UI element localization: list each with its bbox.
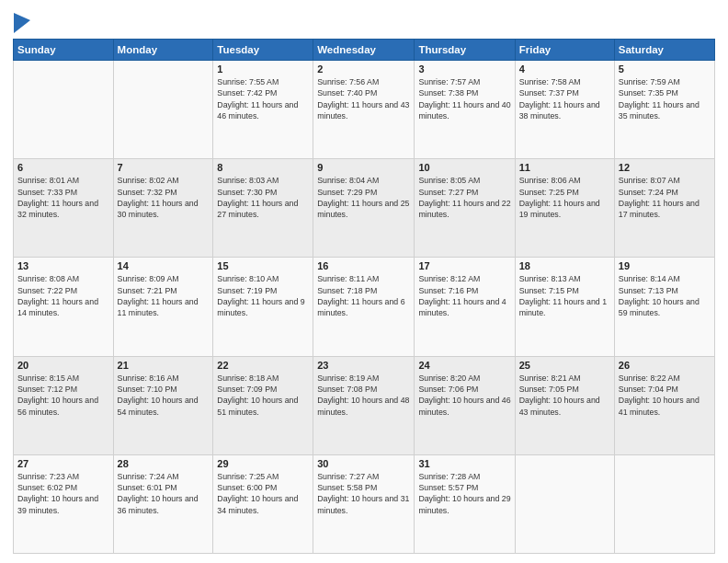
day-number: 5 bbox=[619, 63, 711, 75]
calendar-cell bbox=[614, 454, 714, 553]
calendar-cell: 6Sunrise: 8:01 AM Sunset: 7:33 PM Daylig… bbox=[14, 159, 114, 258]
calendar-cell: 28Sunrise: 7:24 AM Sunset: 6:01 PM Dayli… bbox=[113, 454, 213, 553]
day-info: Sunrise: 8:01 AM Sunset: 7:33 PM Dayligh… bbox=[17, 175, 109, 220]
day-info: Sunrise: 8:21 AM Sunset: 7:05 PM Dayligh… bbox=[519, 373, 610, 418]
day-info: Sunrise: 8:18 AM Sunset: 7:09 PM Dayligh… bbox=[217, 373, 309, 418]
day-number: 27 bbox=[17, 458, 109, 469]
day-info: Sunrise: 8:08 AM Sunset: 7:22 PM Dayligh… bbox=[17, 273, 109, 318]
calendar-cell: 10Sunrise: 8:05 AM Sunset: 7:27 PM Dayli… bbox=[415, 159, 515, 258]
day-number: 10 bbox=[418, 162, 510, 173]
day-info: Sunrise: 8:14 AM Sunset: 7:13 PM Dayligh… bbox=[619, 273, 711, 318]
day-number: 16 bbox=[317, 260, 410, 271]
weekday-saturday: Saturday bbox=[614, 40, 714, 61]
calendar-cell: 21Sunrise: 8:16 AM Sunset: 7:10 PM Dayli… bbox=[113, 356, 213, 454]
day-number: 8 bbox=[217, 162, 309, 173]
calendar-cell: 19Sunrise: 8:14 AM Sunset: 7:13 PM Dayli… bbox=[614, 258, 714, 356]
day-info: Sunrise: 7:55 AM Sunset: 7:42 PM Dayligh… bbox=[217, 76, 309, 121]
day-info: Sunrise: 8:03 AM Sunset: 7:30 PM Dayligh… bbox=[217, 175, 309, 220]
calendar-cell bbox=[113, 61, 213, 159]
day-number: 18 bbox=[519, 260, 610, 271]
day-info: Sunrise: 8:12 AM Sunset: 7:16 PM Dayligh… bbox=[418, 273, 510, 318]
day-number: 11 bbox=[519, 162, 610, 173]
day-info: Sunrise: 7:28 AM Sunset: 5:57 PM Dayligh… bbox=[418, 471, 510, 516]
calendar-cell: 8Sunrise: 8:03 AM Sunset: 7:30 PM Daylig… bbox=[213, 159, 313, 258]
calendar-cell: 18Sunrise: 8:13 AM Sunset: 7:15 PM Dayli… bbox=[515, 258, 614, 356]
weekday-monday: Monday bbox=[113, 40, 213, 61]
calendar-cell: 24Sunrise: 8:20 AM Sunset: 7:06 PM Dayli… bbox=[415, 356, 515, 454]
calendar-cell: 23Sunrise: 8:19 AM Sunset: 7:08 PM Dayli… bbox=[313, 356, 415, 454]
day-number: 2 bbox=[317, 63, 410, 75]
calendar-cell: 26Sunrise: 8:22 AM Sunset: 7:04 PM Dayli… bbox=[614, 356, 714, 454]
weekday-friday: Friday bbox=[515, 40, 614, 61]
day-info: Sunrise: 8:05 AM Sunset: 7:27 PM Dayligh… bbox=[418, 175, 510, 220]
calendar-cell: 12Sunrise: 8:07 AM Sunset: 7:24 PM Dayli… bbox=[614, 159, 714, 258]
svg-marker-0 bbox=[14, 13, 30, 33]
day-number: 22 bbox=[217, 360, 309, 371]
calendar-cell: 31Sunrise: 7:28 AM Sunset: 5:57 PM Dayli… bbox=[415, 454, 515, 553]
day-info: Sunrise: 7:23 AM Sunset: 6:02 PM Dayligh… bbox=[17, 471, 109, 516]
calendar-cell: 20Sunrise: 8:15 AM Sunset: 7:12 PM Dayli… bbox=[14, 356, 114, 454]
day-info: Sunrise: 7:59 AM Sunset: 7:35 PM Dayligh… bbox=[619, 76, 711, 121]
day-number: 4 bbox=[519, 63, 610, 75]
calendar-cell: 9Sunrise: 8:04 AM Sunset: 7:29 PM Daylig… bbox=[313, 159, 415, 258]
day-info: Sunrise: 7:27 AM Sunset: 5:58 PM Dayligh… bbox=[317, 471, 410, 516]
day-info: Sunrise: 8:07 AM Sunset: 7:24 PM Dayligh… bbox=[619, 175, 711, 220]
calendar-cell: 14Sunrise: 8:09 AM Sunset: 7:21 PM Dayli… bbox=[113, 258, 213, 356]
day-number: 26 bbox=[619, 360, 711, 371]
day-number: 28 bbox=[118, 458, 210, 469]
day-number: 3 bbox=[418, 63, 510, 75]
day-info: Sunrise: 7:25 AM Sunset: 6:00 PM Dayligh… bbox=[217, 471, 309, 516]
day-info: Sunrise: 8:20 AM Sunset: 7:06 PM Dayligh… bbox=[418, 373, 510, 418]
day-number: 17 bbox=[418, 260, 510, 271]
calendar-cell: 4Sunrise: 7:58 AM Sunset: 7:37 PM Daylig… bbox=[515, 61, 614, 159]
calendar-cell: 2Sunrise: 7:56 AM Sunset: 7:40 PM Daylig… bbox=[313, 61, 415, 159]
day-number: 23 bbox=[317, 360, 410, 371]
day-number: 1 bbox=[217, 63, 309, 75]
calendar-cell: 5Sunrise: 7:59 AM Sunset: 7:35 PM Daylig… bbox=[614, 61, 714, 159]
calendar-cell: 11Sunrise: 8:06 AM Sunset: 7:25 PM Dayli… bbox=[515, 159, 614, 258]
day-info: Sunrise: 7:56 AM Sunset: 7:40 PM Dayligh… bbox=[317, 76, 410, 121]
day-info: Sunrise: 8:06 AM Sunset: 7:25 PM Dayligh… bbox=[519, 175, 610, 220]
calendar-cell: 27Sunrise: 7:23 AM Sunset: 6:02 PM Dayli… bbox=[14, 454, 114, 553]
day-info: Sunrise: 8:22 AM Sunset: 7:04 PM Dayligh… bbox=[619, 373, 711, 418]
day-info: Sunrise: 8:10 AM Sunset: 7:19 PM Dayligh… bbox=[217, 273, 309, 318]
day-info: Sunrise: 7:24 AM Sunset: 6:01 PM Dayligh… bbox=[118, 471, 210, 516]
day-number: 20 bbox=[17, 360, 109, 371]
week-row-3: 20Sunrise: 8:15 AM Sunset: 7:12 PM Dayli… bbox=[14, 356, 715, 454]
calendar-cell: 1Sunrise: 7:55 AM Sunset: 7:42 PM Daylig… bbox=[213, 61, 313, 159]
calendar-cell: 13Sunrise: 8:08 AM Sunset: 7:22 PM Dayli… bbox=[14, 258, 114, 356]
day-number: 21 bbox=[118, 360, 210, 371]
header bbox=[13, 9, 715, 33]
day-number: 13 bbox=[17, 260, 109, 271]
calendar-cell: 17Sunrise: 8:12 AM Sunset: 7:16 PM Dayli… bbox=[415, 258, 515, 356]
logo bbox=[13, 13, 30, 33]
calendar-cell: 25Sunrise: 8:21 AM Sunset: 7:05 PM Dayli… bbox=[515, 356, 614, 454]
day-number: 9 bbox=[317, 162, 410, 173]
day-info: Sunrise: 8:15 AM Sunset: 7:12 PM Dayligh… bbox=[17, 373, 109, 418]
weekday-wednesday: Wednesday bbox=[313, 40, 415, 61]
calendar-cell bbox=[515, 454, 614, 553]
day-number: 6 bbox=[17, 162, 109, 173]
day-number: 19 bbox=[619, 260, 711, 271]
day-info: Sunrise: 8:04 AM Sunset: 7:29 PM Dayligh… bbox=[317, 175, 410, 220]
calendar-cell: 22Sunrise: 8:18 AM Sunset: 7:09 PM Dayli… bbox=[213, 356, 313, 454]
calendar-cell: 7Sunrise: 8:02 AM Sunset: 7:32 PM Daylig… bbox=[113, 159, 213, 258]
day-number: 25 bbox=[519, 360, 610, 371]
day-info: Sunrise: 8:19 AM Sunset: 7:08 PM Dayligh… bbox=[317, 373, 410, 418]
week-row-0: 1Sunrise: 7:55 AM Sunset: 7:42 PM Daylig… bbox=[14, 61, 715, 159]
week-row-1: 6Sunrise: 8:01 AM Sunset: 7:33 PM Daylig… bbox=[14, 159, 715, 258]
day-info: Sunrise: 7:58 AM Sunset: 7:37 PM Dayligh… bbox=[519, 76, 610, 121]
calendar-cell: 16Sunrise: 8:11 AM Sunset: 7:18 PM Dayli… bbox=[313, 258, 415, 356]
day-info: Sunrise: 8:11 AM Sunset: 7:18 PM Dayligh… bbox=[317, 273, 410, 318]
day-number: 12 bbox=[619, 162, 711, 173]
day-info: Sunrise: 8:09 AM Sunset: 7:21 PM Dayligh… bbox=[118, 273, 210, 318]
day-number: 30 bbox=[317, 458, 410, 469]
day-number: 7 bbox=[118, 162, 210, 173]
week-row-4: 27Sunrise: 7:23 AM Sunset: 6:02 PM Dayli… bbox=[14, 454, 715, 553]
day-number: 24 bbox=[418, 360, 510, 371]
day-info: Sunrise: 7:57 AM Sunset: 7:38 PM Dayligh… bbox=[418, 76, 510, 121]
calendar-cell: 3Sunrise: 7:57 AM Sunset: 7:38 PM Daylig… bbox=[415, 61, 515, 159]
weekday-thursday: Thursday bbox=[415, 40, 515, 61]
calendar-cell bbox=[14, 61, 114, 159]
day-info: Sunrise: 8:13 AM Sunset: 7:15 PM Dayligh… bbox=[519, 273, 610, 318]
